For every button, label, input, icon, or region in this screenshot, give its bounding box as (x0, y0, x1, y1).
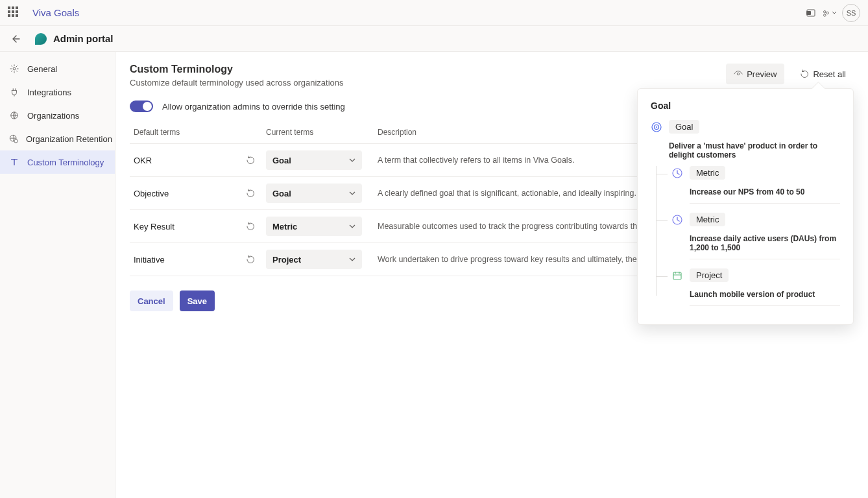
row-reset-icon[interactable] (245, 188, 256, 198)
chip-project: Project (690, 268, 729, 282)
reset-all-button[interactable]: Reset all (792, 64, 854, 84)
app-launcher-icon[interactable] (8, 6, 21, 19)
target-icon (651, 121, 662, 133)
sidebar-item-label: Custom Terminology (27, 158, 104, 167)
brand-name[interactable]: Viva Goals (32, 7, 79, 18)
svg-point-12 (656, 126, 657, 128)
preview-label: Preview (747, 69, 777, 79)
chip-metric: Metric (690, 213, 725, 226)
default-term: OKR (134, 156, 237, 165)
viva-goals-logo-icon (35, 33, 47, 45)
sidebar-item-custom-terminology[interactable]: Custom Terminology (0, 150, 115, 174)
settings-quick-icon[interactable] (820, 4, 838, 22)
preview-item-text: Increase our NPS from 40 to 50 (690, 187, 840, 196)
save-button[interactable]: Save (180, 290, 215, 311)
eye-icon (734, 69, 743, 78)
chevron-down-icon (349, 256, 356, 263)
chip-goal: Goal (669, 120, 699, 134)
override-toggle-label: Allow organization admins to override th… (162, 102, 345, 112)
sidebar-item-org-retention[interactable]: Organization Retention (0, 127, 115, 150)
row-reset-icon[interactable] (245, 254, 256, 265)
globe-retention-icon (9, 134, 18, 144)
reset-icon (800, 69, 809, 78)
sidebar-item-organizations[interactable]: Organizations (0, 104, 115, 127)
app-bar: Viva Goals SS (0, 0, 868, 26)
main-content: Custom Terminology Customize default ter… (115, 52, 868, 498)
preview-button[interactable]: Preview (726, 64, 784, 84)
text-icon (9, 157, 19, 167)
svg-point-9 (737, 73, 740, 75)
preview-item-text: Increase daily active users (DAUs) from … (690, 234, 840, 252)
term-select[interactable]: Goal (266, 150, 362, 170)
preview-item-text: Launch mobile version of product (690, 290, 840, 299)
metric-icon (671, 167, 683, 179)
chevron-down-icon (349, 157, 356, 163)
sidebar: General Integrations Organizations Organ… (0, 52, 115, 498)
avatar[interactable]: SS (842, 4, 860, 22)
breadcrumb-bar: Admin portal (0, 26, 868, 52)
sidebar-item-label: Organization Retention (26, 134, 112, 144)
term-select[interactable]: Goal (266, 184, 362, 203)
metric-icon (671, 214, 683, 226)
row-reset-icon[interactable] (245, 155, 256, 165)
col-current: Current terms (266, 128, 370, 137)
svg-point-8 (14, 139, 18, 143)
term-select[interactable]: Metric (266, 217, 362, 236)
gear-icon (9, 64, 19, 74)
default-term: Objective (134, 189, 237, 198)
plug-icon (9, 87, 19, 97)
preview-title: Goal (651, 101, 840, 111)
svg-point-4 (824, 14, 826, 16)
row-reset-icon[interactable] (245, 221, 256, 231)
svg-rect-1 (806, 11, 811, 15)
back-icon[interactable] (9, 32, 22, 45)
col-default: Default terms (134, 128, 237, 137)
term-select[interactable]: Project (266, 250, 362, 269)
sidebar-item-general[interactable]: General (0, 57, 115, 80)
sidebar-item-label: Organizations (27, 111, 79, 121)
svg-point-3 (826, 12, 829, 14)
reset-all-label: Reset all (813, 69, 846, 79)
override-toggle[interactable] (130, 101, 153, 112)
svg-point-5 (13, 67, 16, 70)
sidebar-item-label: General (27, 64, 57, 74)
chip-metric: Metric (690, 166, 725, 180)
sidebar-item-integrations[interactable]: Integrations (0, 80, 115, 104)
page-title: Custom Terminology (130, 64, 344, 75)
svg-rect-15 (673, 272, 681, 279)
sidebar-item-label: Integrations (27, 88, 71, 97)
globe-icon (9, 110, 19, 121)
chevron-down-icon (349, 223, 356, 230)
cancel-button[interactable]: Cancel (130, 290, 173, 311)
preview-popover: Goal Goal Deliver a 'must have' product … (637, 88, 854, 325)
svg-point-2 (824, 10, 826, 13)
chevron-down-icon (349, 190, 356, 196)
project-icon (671, 270, 683, 281)
preview-item-text: Deliver a 'must have' product in order t… (669, 141, 840, 160)
portal-title: Admin portal (53, 33, 114, 44)
page-subtitle: Customize default terminology used acros… (130, 78, 344, 88)
office-addin-icon[interactable] (802, 4, 820, 22)
default-term: Initiative (134, 255, 237, 265)
default-term: Key Result (134, 222, 237, 231)
